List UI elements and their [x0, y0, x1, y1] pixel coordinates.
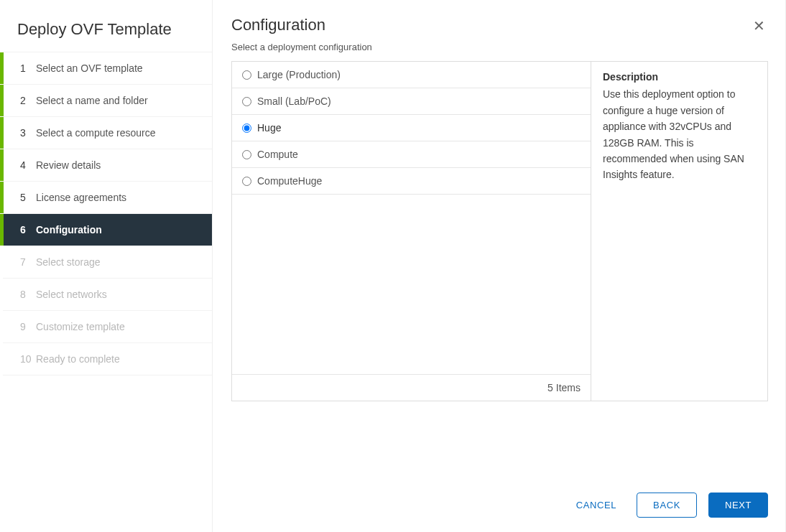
config-option-radio[interactable] [242, 123, 251, 133]
step-number: 6 [20, 224, 36, 235]
step-label: Select storage [36, 256, 101, 268]
config-option-radio[interactable] [242, 70, 251, 80]
wizard-step-2[interactable]: 2Select a name and folder [3, 84, 212, 116]
items-count-footer: 5 Items [232, 374, 591, 401]
step-number: 2 [20, 95, 36, 106]
config-option-label: Compute [257, 149, 298, 160]
wizard-step-1[interactable]: 1Select an OVF template [3, 52, 212, 84]
config-option-row[interactable]: Small (Lab/PoC) [232, 88, 591, 115]
config-option-label: Large (Production) [257, 69, 341, 80]
step-number: 3 [20, 127, 36, 139]
step-label: Select a compute resource [36, 127, 156, 139]
step-label: Select a name and folder [36, 95, 148, 106]
step-label: Ready to complete [36, 353, 120, 365]
step-label: Configuration [36, 224, 102, 235]
wizard-step-8: 8Select networks [3, 278, 212, 310]
back-button[interactable]: BACK [637, 493, 697, 518]
wizard-footer: CANCEL BACK NEXT [231, 478, 768, 518]
config-option-row[interactable]: ComputeHuge [232, 168, 591, 195]
config-option-label: Small (Lab/PoC) [257, 95, 331, 107]
wizard-step-4[interactable]: 4Review details [3, 149, 212, 181]
step-label: License agreements [36, 192, 126, 203]
step-label: Select an OVF template [36, 62, 143, 74]
close-icon: ✕ [753, 18, 765, 34]
config-option-label: ComputeHuge [257, 175, 322, 187]
step-number: 9 [20, 321, 36, 332]
step-label: Select networks [36, 289, 107, 300]
config-option-label: Huge [257, 122, 281, 134]
description-text: Use this deployment option to configure … [603, 86, 756, 182]
wizard-step-7: 7Select storage [3, 246, 212, 278]
config-option-radio[interactable] [242, 97, 251, 106]
wizard-dialog: Deploy OVF Template 1Select an OVF templ… [0, 0, 786, 532]
close-button[interactable]: ✕ [750, 16, 768, 36]
wizard-steps-list: 1Select an OVF template2Select a name an… [0, 52, 212, 375]
wizard-step-6[interactable]: 6Configuration [3, 213, 212, 246]
options-spacer [232, 195, 591, 374]
step-label: Customize template [36, 321, 125, 332]
step-number: 5 [20, 192, 36, 203]
step-number: 4 [20, 159, 36, 171]
content-area: Large (Production)Small (Lab/PoC)HugeCom… [231, 61, 768, 401]
wizard-title: Deploy OVF Template [0, 20, 212, 52]
wizard-step-5[interactable]: 5License agreements [3, 181, 212, 213]
wizard-sidebar: Deploy OVF Template 1Select an OVF templ… [0, 0, 213, 532]
next-button[interactable]: NEXT [708, 493, 768, 518]
page-subtitle: Select a deployment configuration [231, 42, 768, 52]
config-option-radio[interactable] [242, 150, 251, 159]
wizard-step-9: 9Customize template [3, 310, 212, 342]
wizard-main: Configuration ✕ Select a deployment conf… [213, 0, 785, 532]
step-number: 7 [20, 256, 36, 268]
wizard-step-10: 10Ready to complete [3, 342, 212, 375]
step-number: 8 [20, 289, 36, 300]
page-title: Configuration [231, 16, 325, 34]
options-column: Large (Production)Small (Lab/PoC)HugeCom… [232, 62, 591, 401]
step-label: Review details [36, 159, 101, 171]
config-option-row[interactable]: Compute [232, 141, 591, 168]
description-heading: Description [603, 69, 756, 85]
description-panel: Description Use this deployment option t… [591, 62, 767, 401]
options-list: Large (Production)Small (Lab/PoC)HugeCom… [232, 62, 591, 195]
config-option-radio[interactable] [242, 177, 251, 186]
step-number: 1 [20, 62, 36, 74]
wizard-step-3[interactable]: 3Select a compute resource [3, 116, 212, 149]
step-number: 10 [20, 353, 36, 365]
cancel-button[interactable]: CANCEL [568, 493, 625, 518]
config-option-row[interactable]: Large (Production) [232, 62, 591, 88]
main-header: Configuration ✕ [231, 16, 768, 36]
config-option-row[interactable]: Huge [232, 115, 591, 141]
